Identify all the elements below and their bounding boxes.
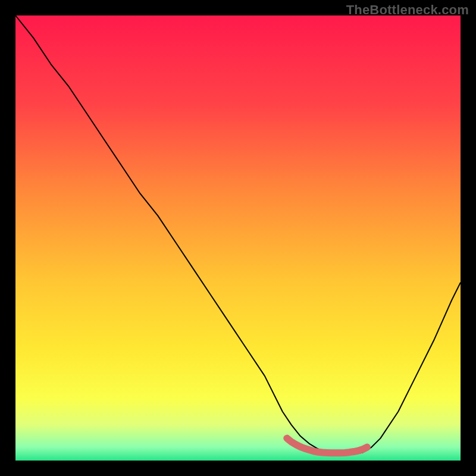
plot-area xyxy=(15,15,461,461)
gradient-background xyxy=(15,15,461,461)
watermark-text: TheBottleneck.com xyxy=(346,2,469,18)
chart-svg xyxy=(15,15,461,461)
chart-frame: TheBottleneck.com xyxy=(0,0,476,476)
